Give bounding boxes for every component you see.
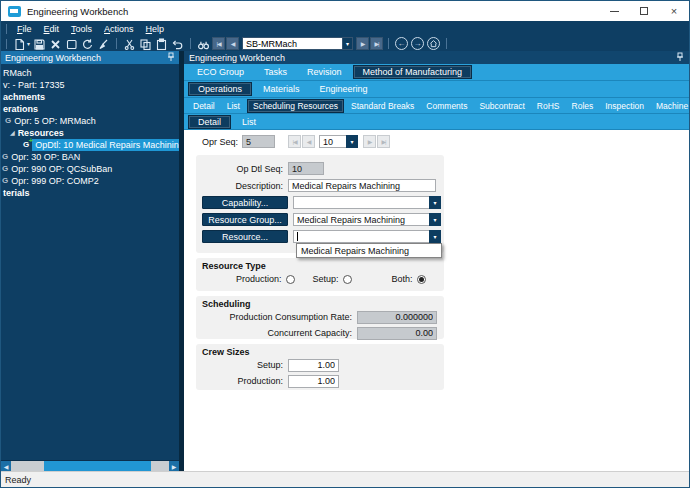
setup-radio[interactable] — [343, 275, 352, 284]
pin-icon[interactable] — [676, 52, 684, 64]
clear-button[interactable] — [64, 37, 79, 51]
record-selector-value[interactable]: SB-MRMach — [242, 37, 342, 50]
menu-tools[interactable]: Tools — [65, 24, 98, 34]
pin-icon[interactable] — [167, 52, 175, 64]
tree-node-opr-990[interactable]: G Opr: 990 OP: QCSubBan — [1, 163, 179, 175]
forward-button[interactable]: → — [411, 37, 424, 50]
resource-group-button[interactable]: Resource Group... — [202, 213, 288, 226]
capability-combo[interactable]: ▾ — [293, 196, 441, 209]
tab-sr-list[interactable]: List — [233, 116, 265, 128]
menu-help[interactable]: Help — [140, 24, 171, 34]
opdtl-last-button[interactable]: ▶| — [377, 135, 390, 148]
tree-node-opr-999[interactable]: G Opr: 999 OP: COMP2 — [1, 175, 179, 187]
clear-all-button[interactable] — [96, 37, 111, 51]
resource-dropdown-option[interactable]: Medical Repairs Machining — [297, 244, 441, 257]
tab-standard-breaks[interactable]: Standard Breaks — [346, 100, 419, 112]
record-selector-dropdown-icon[interactable]: ▾ — [342, 37, 353, 50]
resource-combo[interactable]: ▾ — [293, 230, 441, 243]
tab-inspection[interactable]: Inspection — [600, 100, 649, 112]
capability-dropdown-icon[interactable]: ▾ — [429, 196, 441, 209]
delete-button[interactable] — [48, 37, 63, 51]
previous-record-button[interactable]: ◀ — [226, 37, 239, 50]
tree-node-opdtl-10[interactable]: G OpDtl: 10 Medical Repairs Machining — [1, 139, 179, 151]
resource-group-combo[interactable]: Medical Repairs Machining ▾ — [293, 213, 441, 226]
description-input[interactable] — [288, 179, 436, 192]
tab-engineering[interactable]: Engineering — [311, 83, 377, 95]
copy-button[interactable] — [138, 37, 153, 51]
tab-operations[interactable]: Operations — [188, 82, 252, 96]
tree-node-attachments[interactable]: achments — [1, 91, 179, 103]
tree-node-part[interactable]: v: - Part: 17335 — [1, 79, 179, 91]
operation-icon: G — [5, 116, 11, 126]
back-button[interactable]: ← — [395, 37, 408, 50]
capability-button[interactable]: Capability... — [202, 196, 288, 209]
resource-dropdown-icon[interactable]: ▾ — [429, 230, 441, 243]
tab-machine-mes[interactable]: Machine MES — [651, 100, 690, 112]
production-radio[interactable] — [286, 275, 295, 284]
maximize-button[interactable] — [629, 1, 659, 21]
opdtl-previous-button[interactable]: ◀ — [302, 135, 315, 148]
capability-value[interactable] — [293, 196, 429, 209]
undo-button[interactable] — [170, 37, 185, 51]
resource-group-value[interactable]: Medical Repairs Machining — [293, 213, 429, 226]
close-button[interactable]: × — [659, 1, 689, 21]
both-radio[interactable] — [417, 275, 426, 284]
tab-eco-group[interactable]: ECO Group — [188, 66, 253, 78]
opdtl-next-button[interactable]: ▶ — [363, 135, 376, 148]
expanded-node-icon[interactable]: ◢ — [10, 127, 15, 139]
tab-rohs[interactable]: RoHS — [532, 100, 565, 112]
scrollbar-thumb[interactable] — [11, 461, 44, 471]
menu-bar: File Edit Tools Actions Help — [1, 21, 689, 36]
tab-comments[interactable]: Comments — [421, 100, 472, 112]
last-record-button[interactable]: ▶| — [370, 37, 383, 50]
minimize-button[interactable] — [599, 1, 629, 21]
cut-button[interactable] — [122, 37, 137, 51]
record-selector-combo[interactable]: SB-MRMach ▾ — [242, 37, 353, 50]
tab-scheduling-resources[interactable]: Scheduling Resources — [247, 99, 344, 113]
tab-detail[interactable]: Detail — [188, 100, 220, 112]
tab-list[interactable]: List — [222, 100, 245, 112]
tab-materials[interactable]: Materials — [254, 83, 309, 95]
first-record-button[interactable]: |◀ — [212, 37, 225, 50]
tab-row-mom: Operations Materials Engineering — [184, 81, 689, 98]
scroll-left-icon[interactable]: ◀ — [1, 461, 11, 471]
scroll-right-icon[interactable]: ▶ — [169, 461, 179, 471]
tab-revision[interactable]: Revision — [298, 66, 351, 78]
search-button[interactable] — [196, 37, 211, 51]
menu-actions[interactable]: Actions — [98, 24, 140, 34]
paste-button[interactable] — [154, 37, 169, 51]
crew-production-input[interactable] — [288, 375, 339, 388]
home-button[interactable] — [427, 37, 440, 50]
tree-panel-header: Engineering Workbench — [1, 51, 179, 64]
tab-sr-detail[interactable]: Detail — [188, 115, 231, 129]
crew-setup-input[interactable] — [288, 359, 339, 372]
resource-value[interactable] — [293, 230, 429, 243]
resource-group-dropdown-icon[interactable]: ▾ — [429, 213, 441, 226]
undo-icon — [171, 38, 184, 51]
next-record-button[interactable]: ▶ — [356, 37, 369, 50]
tab-method-of-manufacturing[interactable]: Method of Manufacturing — [353, 65, 473, 79]
tree-node-operations[interactable]: erations — [1, 103, 179, 115]
opdtl-first-button[interactable]: |◀ — [288, 135, 301, 148]
refresh-button[interactable] — [80, 37, 95, 51]
opdtl-record-value[interactable]: 10 — [319, 135, 346, 148]
menu-file[interactable]: File — [11, 24, 38, 34]
tab-tasks[interactable]: Tasks — [255, 66, 296, 78]
tree-node-materials[interactable]: terials — [1, 187, 179, 199]
tree-node-opr-5[interactable]: G Opr: 5 OP: MRMach — [1, 115, 179, 127]
status-text: Ready — [5, 475, 31, 485]
save-button[interactable] — [32, 37, 47, 51]
tab-roles[interactable]: Roles — [567, 100, 599, 112]
opdtl-record-dropdown-icon[interactable]: ▾ — [346, 135, 358, 148]
forward-arrow-icon: → — [414, 38, 422, 49]
menu-edit[interactable]: Edit — [38, 24, 66, 34]
tab-subcontract[interactable]: Subcontract — [474, 100, 529, 112]
tree-horizontal-scrollbar[interactable]: ◀ ▶ — [1, 460, 179, 471]
tree-node-part-rev[interactable]: RMach — [1, 67, 179, 79]
new-button[interactable]: ▾ — [12, 37, 31, 51]
scrollbar-track[interactable] — [44, 461, 151, 471]
tab-row-scheduling-resources: Detail List — [184, 114, 689, 130]
opdtl-record-combo[interactable]: 10 ▾ — [319, 135, 358, 148]
resource-button[interactable]: Resource... — [202, 230, 288, 243]
tree-node-opr-30[interactable]: G Opr: 30 OP: BAN — [1, 151, 179, 163]
